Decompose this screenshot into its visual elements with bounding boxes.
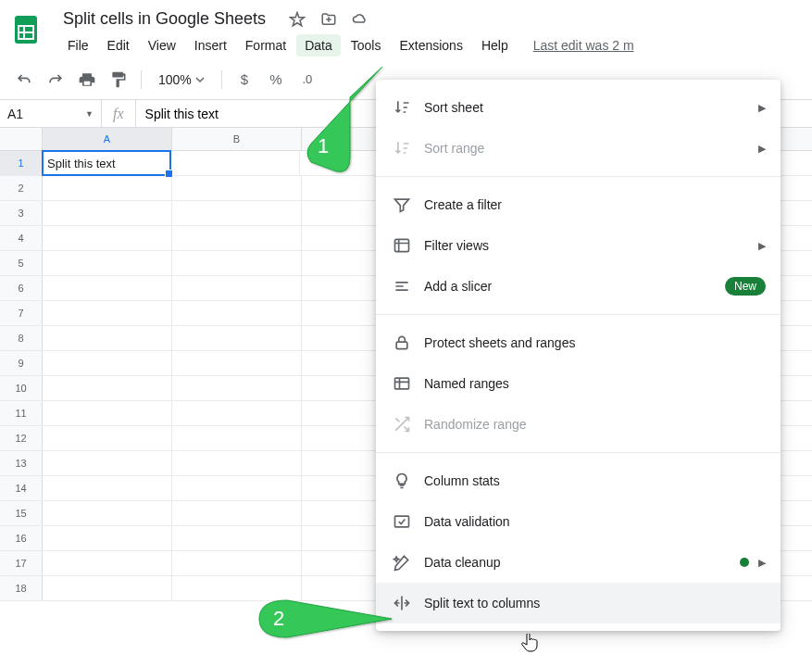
paint-format-icon[interactable]: [106, 67, 131, 93]
menu-format[interactable]: Format: [237, 34, 294, 57]
row-header[interactable]: 4: [0, 226, 43, 250]
menu-view[interactable]: View: [140, 34, 184, 57]
slicer-icon: [391, 275, 413, 297]
cell[interactable]: [172, 551, 302, 575]
cell[interactable]: [43, 326, 172, 350]
menu-data[interactable]: Data: [296, 34, 341, 57]
cell[interactable]: [43, 301, 172, 325]
cell[interactable]: [43, 251, 172, 275]
cell[interactable]: [43, 401, 172, 425]
zoom-dropdown[interactable]: 100%: [151, 72, 212, 87]
cell[interactable]: [172, 176, 302, 200]
row-header[interactable]: 8: [0, 326, 43, 350]
menu-item-validation[interactable]: Data validation: [376, 501, 781, 542]
cell[interactable]: [43, 476, 172, 500]
cell[interactable]: Split this text: [42, 150, 171, 176]
cell[interactable]: [172, 451, 302, 475]
menu-item-shuffle: Randomize range: [376, 404, 781, 445]
cell[interactable]: [43, 501, 172, 525]
row-header[interactable]: 3: [0, 201, 43, 225]
status-dot-icon: [740, 558, 749, 567]
cell[interactable]: [172, 501, 302, 525]
print-icon[interactable]: [74, 67, 100, 93]
cell[interactable]: [172, 476, 302, 500]
row-header[interactable]: 12: [0, 426, 43, 450]
split-icon: [391, 592, 413, 614]
cell[interactable]: [43, 226, 172, 250]
row-header[interactable]: 18: [0, 576, 43, 600]
menu-item-sort-range: Sort range▶: [376, 128, 781, 169]
cell[interactable]: [172, 276, 302, 300]
menu-item-sort-sheet[interactable]: Sort sheet▶: [376, 87, 781, 128]
menu-insert[interactable]: Insert: [186, 34, 235, 57]
cell[interactable]: [43, 526, 172, 550]
submenu-arrow-icon: ▶: [758, 102, 766, 114]
cloud-status-icon[interactable]: [351, 10, 369, 29]
menu-item-label: Sort range: [424, 141, 758, 156]
cell[interactable]: [172, 226, 302, 250]
menu-item-filter-views[interactable]: Filter views▶: [376, 225, 781, 266]
cell[interactable]: [43, 176, 172, 200]
row-header[interactable]: 13: [0, 451, 43, 475]
row-header[interactable]: 5: [0, 251, 43, 275]
move-icon[interactable]: [319, 10, 338, 29]
row-header[interactable]: 10: [0, 376, 43, 400]
menu-extensions[interactable]: Extensions: [391, 34, 470, 57]
sheets-logo-icon[interactable]: [7, 11, 44, 48]
menu-item-bulb[interactable]: Column stats: [376, 460, 781, 501]
cell[interactable]: [172, 401, 302, 425]
cell[interactable]: [170, 151, 300, 175]
name-box[interactable]: A1▼: [0, 100, 102, 127]
cell[interactable]: [172, 326, 302, 350]
cell[interactable]: [172, 376, 302, 400]
row-header[interactable]: 9: [0, 351, 43, 375]
menu-item-label: Randomize range: [424, 417, 766, 432]
cell[interactable]: [172, 251, 302, 275]
cell[interactable]: [43, 276, 172, 300]
percent-icon[interactable]: %: [263, 67, 289, 93]
col-header-A[interactable]: A: [43, 128, 172, 150]
star-icon[interactable]: [288, 10, 306, 29]
cell[interactable]: [43, 451, 172, 475]
col-header-B[interactable]: B: [172, 128, 302, 150]
cell[interactable]: [43, 201, 172, 225]
last-edit-link[interactable]: Last edit was 2 m: [533, 38, 634, 53]
menu-edit[interactable]: Edit: [99, 34, 138, 57]
menu-file[interactable]: File: [59, 34, 97, 57]
undo-icon[interactable]: [11, 67, 37, 93]
row-header[interactable]: 17: [0, 551, 43, 575]
row-header[interactable]: 16: [0, 526, 43, 550]
row-header[interactable]: 14: [0, 476, 43, 500]
row-header[interactable]: 15: [0, 501, 43, 525]
row-header[interactable]: 7: [0, 301, 43, 325]
cell[interactable]: [43, 551, 172, 575]
row-header[interactable]: 6: [0, 276, 43, 300]
cell[interactable]: [43, 351, 172, 375]
cell[interactable]: [172, 201, 302, 225]
menu-help[interactable]: Help: [473, 34, 517, 57]
row-header[interactable]: 2: [0, 176, 43, 200]
row-header[interactable]: 11: [0, 401, 43, 425]
cell[interactable]: [43, 426, 172, 450]
redo-icon[interactable]: [43, 67, 69, 93]
svg-rect-7: [395, 516, 409, 527]
cell[interactable]: [172, 351, 302, 375]
sort-range-icon: [391, 137, 413, 159]
menu-item-label: Split text to columns: [424, 596, 766, 610]
menu-item-filter[interactable]: Create a filter: [376, 184, 781, 225]
menu-tools[interactable]: Tools: [343, 34, 390, 57]
cell[interactable]: [43, 376, 172, 400]
row-header[interactable]: 1: [0, 151, 43, 175]
cell[interactable]: [172, 301, 302, 325]
menu-item-cleanup[interactable]: Data cleanup▶: [376, 542, 781, 583]
menu-item-lock[interactable]: Protect sheets and ranges: [376, 322, 781, 363]
menu-item-split[interactable]: Split text to columns: [376, 583, 781, 623]
select-all-corner[interactable]: [0, 128, 43, 150]
cell[interactable]: [172, 426, 302, 450]
currency-icon[interactable]: $: [231, 67, 257, 93]
menu-item-slicer[interactable]: Add a slicerNew: [376, 266, 781, 307]
cell[interactable]: [43, 576, 172, 600]
document-title[interactable]: Split cells in Google Sheets: [59, 7, 269, 31]
menu-item-named-ranges[interactable]: Named ranges: [376, 363, 781, 404]
cell[interactable]: [172, 526, 302, 550]
